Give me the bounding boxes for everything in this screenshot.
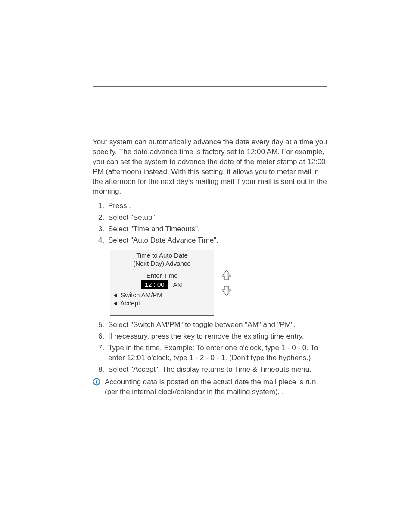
enter-time-label: Enter Time <box>114 272 210 279</box>
device-screen-figure: Time to Auto Date (Next Day) Advance Ent… <box>110 250 327 316</box>
device-screen: Time to Auto Date (Next Day) Advance Ent… <box>110 250 214 316</box>
step-2: Select "Setup". <box>106 213 327 223</box>
option-accept-label: Accept <box>120 299 140 307</box>
svg-rect-1 <box>96 380 97 380</box>
step-6: If necessary, press the key to remove th… <box>106 332 327 342</box>
arrow-up-icon <box>222 270 231 280</box>
steps-list-b: Select "Switch AM/PM" to toggle between … <box>93 320 327 375</box>
step-3: Select "Time and Timeouts". <box>106 224 327 234</box>
svg-rect-2 <box>96 381 97 383</box>
info-icon <box>93 378 100 389</box>
steps-list-a: Press . Select "Setup". Select "Time and… <box>93 201 327 246</box>
option-switch-ampm: Switch AM/PM <box>114 291 210 299</box>
option-switch-label: Switch AM/PM <box>121 291 162 299</box>
left-triangle-icon <box>114 293 117 298</box>
top-rule <box>93 86 327 87</box>
step-8: Select "Accept". The display returns to … <box>106 365 327 375</box>
step-1: Press . <box>106 201 327 211</box>
note-block: Accounting data is posted on the actual … <box>93 377 327 397</box>
step-4: Select "Auto Date Advance Time". <box>106 236 327 246</box>
option-accept: Accept <box>114 299 210 307</box>
screen-title-line1: Time to Auto Date <box>136 252 188 259</box>
screen-title: Time to Auto Date (Next Day) Advance <box>110 250 214 269</box>
intro-paragraph: Your system can automatically advance th… <box>93 137 327 197</box>
step-7: Type in the time. Example: To enter one … <box>106 343 327 363</box>
arrow-down-icon <box>222 286 231 296</box>
screen-title-line2: (Next Day) Advance <box>133 260 190 267</box>
bottom-rule <box>93 417 327 417</box>
scroll-arrows <box>222 270 231 296</box>
ampm-value: AM <box>173 281 183 288</box>
left-triangle-icon <box>114 302 117 306</box>
step-5: Select "Switch AM/PM" to toggle between … <box>106 320 327 330</box>
note-text: Accounting data is posted on the actual … <box>105 377 327 397</box>
time-value: 12 : 00 <box>141 280 168 289</box>
